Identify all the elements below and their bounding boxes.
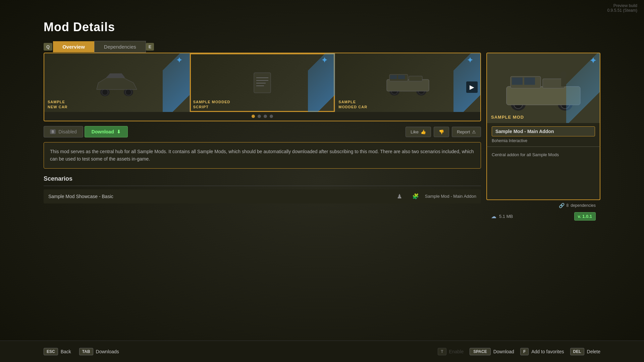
preview-label: SAMPLE MOD — [491, 115, 524, 120]
project-name-field: Sample Mod - Main Addon — [492, 126, 595, 136]
size-value: 5.1 MB — [499, 214, 513, 219]
tab-bar: Q Overview Dependencies E — [44, 41, 600, 53]
left-panel: SAMPLE NEW CAR ✦ — [44, 53, 481, 223]
script-icon — [249, 69, 276, 96]
bottom-right: T Enable SPACE Download F Add to favorit… — [438, 348, 600, 355]
project-name-row: Sample Mod - Main Addon — [492, 126, 595, 136]
enable-label: Enable — [449, 349, 464, 354]
summary-text: Central addon for all Sample Mods — [492, 152, 595, 158]
scenario-item[interactable]: Sample Mod Showcase - Basic ♟ 🧩 Sample M… — [44, 189, 481, 203]
svg-point-1 — [102, 89, 108, 95]
gallery-container: SAMPLE NEW CAR ✦ — [44, 53, 481, 121]
action-bar: B Disabled Download ⬇ Like 👍 👎 — [44, 126, 481, 137]
action-right: Like 👍 👎 Report ⚠ — [406, 127, 481, 137]
gallery-label-3: SAMPLE MODDED CAR — [338, 100, 367, 109]
like-label: Like — [411, 129, 419, 134]
right-panel: SAMPLE MOD ✦ Sample Mod - Main Addon Boh… — [486, 53, 600, 223]
del-key: DEL — [570, 348, 584, 355]
t-key: T — [438, 348, 446, 355]
gallery-item-2[interactable]: SAMPLE MODDED SCRIPT ✦ — [190, 53, 335, 112]
action-left: B Disabled Download ⬇ — [44, 126, 128, 137]
gallery-item-3[interactable]: SAMPLE MODDED CAR ✦ — [335, 53, 480, 112]
gallery-label-1: SAMPLE NEW CAR — [48, 100, 68, 109]
cloud-icon: ☁ — [491, 213, 496, 220]
like-icon: 👍 — [421, 129, 426, 134]
esc-key: ESC — [44, 348, 58, 355]
tab-overview[interactable]: Overview — [53, 41, 94, 52]
preview-build: Preview build 0.9.5.51 (Steam) — [607, 3, 637, 13]
dependencies-count: 8 — [567, 203, 569, 208]
svg-rect-25 — [512, 77, 523, 85]
tab-key-e: E — [146, 43, 154, 51]
description-box: This mod serves as the central hub for a… — [44, 142, 481, 169]
report-label: Report — [457, 129, 470, 134]
downloads-action[interactable]: TAB Downloads — [79, 348, 119, 355]
gallery-badge-1: ✦ — [176, 56, 187, 67]
gallery-dot-3[interactable] — [264, 115, 267, 118]
summary-box: Central addon for all Sample Mods — [486, 146, 600, 200]
tab-key: TAB — [79, 348, 93, 355]
gallery-dots — [44, 112, 480, 121]
dislike-button[interactable]: 👎 — [434, 127, 449, 137]
disabled-key: B — [50, 129, 56, 134]
scenarios-divider — [44, 186, 481, 186]
dependencies-icon: 🔗 — [559, 203, 565, 208]
delete-label: Delete — [587, 349, 600, 354]
bottom-download-label: Download — [493, 349, 514, 354]
disabled-button[interactable]: B Disabled — [44, 126, 83, 137]
f-key: F — [520, 348, 529, 355]
preview-image-box: SAMPLE MOD ✦ — [486, 53, 600, 123]
bottom-bar: ESC Back TAB Downloads T Enable SPACE Do… — [0, 341, 644, 362]
jeep-silhouette — [383, 69, 433, 96]
svg-point-27 — [560, 71, 567, 78]
download-label: Download — [92, 129, 114, 134]
delete-action[interactable]: DEL Delete — [570, 348, 600, 355]
gallery-badge-2: ✦ — [321, 56, 332, 67]
download-button[interactable]: Download ⬇ — [85, 126, 128, 137]
gallery-badge-3: ✦ — [467, 56, 478, 67]
report-icon: ⚠ — [472, 129, 476, 134]
back-label: Back — [61, 349, 71, 354]
space-download-action[interactable]: SPACE Download — [470, 348, 514, 355]
report-button[interactable]: Report ⚠ — [452, 127, 481, 137]
enable-action: T Enable — [438, 348, 464, 355]
scenario-puzzle-icon: 🧩 — [412, 193, 419, 199]
bottom-left: ESC Back TAB Downloads — [44, 348, 119, 355]
svg-rect-17 — [398, 75, 405, 79]
preview-build-line2: 0.9.5.51 (Steam) — [607, 8, 637, 13]
scenarios-section: Scenarios Sample Mod Showcase - Basic ♟ … — [44, 175, 481, 203]
back-action[interactable]: ESC Back — [44, 348, 71, 355]
add-favorites-label: Add to favorites — [531, 349, 564, 354]
svg-rect-15 — [409, 76, 422, 81]
gallery-images: SAMPLE NEW CAR ✦ — [44, 53, 480, 112]
like-button[interactable]: Like 👍 — [406, 127, 431, 137]
svg-rect-28 — [561, 78, 566, 86]
preview-vehicle-svg — [500, 65, 587, 112]
gallery-dot-4[interactable] — [270, 115, 273, 118]
svg-rect-22 — [506, 86, 580, 105]
download-icon: ⬇ — [117, 129, 121, 134]
car-silhouette-1 — [93, 69, 140, 96]
size-info: ☁ 5.1 MB — [491, 213, 513, 220]
page-title: Mod Details — [44, 20, 600, 34]
scenario-mod-name: Sample Mod - Main Addon — [425, 194, 476, 199]
scenarios-title: Scenarios — [44, 175, 481, 182]
svg-rect-16 — [390, 75, 397, 79]
scenario-name: Sample Mod Showcase - Basic — [48, 194, 393, 199]
gallery-next-button[interactable]: ▶ — [466, 81, 478, 93]
add-favorites-action[interactable]: F Add to favorites — [520, 348, 564, 355]
project-author: Bohemia Interactive — [492, 138, 595, 143]
preview-arma-badge: ✦ — [590, 56, 596, 65]
svg-point-3 — [125, 89, 131, 95]
space-key: SPACE — [470, 348, 490, 355]
gallery-dot-2[interactable] — [258, 115, 261, 118]
gallery-item-1[interactable]: SAMPLE NEW CAR ✦ — [44, 53, 190, 112]
preview-build-line1: Preview build — [607, 3, 637, 8]
tab-dependencies[interactable]: Dependencies — [94, 41, 146, 53]
dependencies-label: dependencies — [571, 203, 596, 208]
dislike-icon: 👎 — [439, 129, 444, 134]
tab-key-q: Q — [44, 43, 52, 51]
size-row: ☁ 5.1 MB v. 1.0.1 — [486, 211, 600, 223]
project-info-box: Sample Mod - Main Addon Bohemia Interact… — [486, 123, 600, 146]
gallery-dot-1[interactable] — [252, 115, 255, 118]
